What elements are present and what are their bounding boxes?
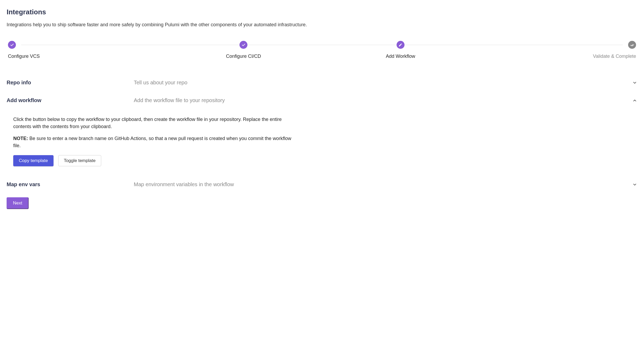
section-add-workflow-body: Click the button below to copy the workf… xyxy=(7,109,293,176)
section-title: Repo info xyxy=(7,80,134,86)
note-body: Be sure to enter a new branch name on Gi… xyxy=(13,136,291,148)
wizard-footer: Next xyxy=(7,197,637,209)
workflow-button-row: Copy template Toggle template xyxy=(13,155,293,166)
note-label: NOTE: xyxy=(13,136,28,141)
check-icon xyxy=(239,41,247,49)
step-configure-vcs[interactable]: Configure VCS xyxy=(8,41,165,59)
section-map-env-vars[interactable]: Map env vars Map environment variables i… xyxy=(7,176,637,193)
pencil-icon xyxy=(397,41,405,49)
step-label: Configure CI/CD xyxy=(226,54,261,59)
toggle-template-button[interactable]: Toggle template xyxy=(58,155,101,166)
step-configure-cicd[interactable]: Configure CI/CD xyxy=(165,41,322,59)
step-label: Add Workflow xyxy=(386,54,415,59)
chevron-up-icon xyxy=(632,98,637,103)
wizard-stepper: Configure VCS Configure CI/CD Add Workfl… xyxy=(7,41,637,59)
next-button[interactable]: Next xyxy=(7,197,29,209)
page-description: Integrations help you to ship software f… xyxy=(7,22,637,28)
page-title: Integrations xyxy=(7,8,637,16)
section-subtitle: Tell us about your repo xyxy=(134,80,632,86)
workflow-instruction-text: Click the button below to copy the workf… xyxy=(13,116,293,130)
step-add-workflow[interactable]: Add Workflow xyxy=(322,41,479,59)
chevron-down-icon xyxy=(632,182,637,187)
step-label: Configure VCS xyxy=(8,54,40,59)
section-subtitle: Map environment variables in the workflo… xyxy=(134,181,632,188)
copy-template-button[interactable]: Copy template xyxy=(13,155,54,166)
step-validate-complete[interactable]: Validate & Complete xyxy=(479,41,636,59)
section-subtitle: Add the workflow file to your repository xyxy=(134,97,632,103)
section-title: Add workflow xyxy=(7,97,134,103)
workflow-note-text: NOTE: Be sure to enter a new branch name… xyxy=(13,135,293,149)
step-label: Validate & Complete xyxy=(593,54,636,59)
chevron-down-icon xyxy=(632,80,637,85)
section-repo-info[interactable]: Repo info Tell us about your repo xyxy=(7,74,637,91)
check-icon xyxy=(8,41,16,49)
double-check-icon xyxy=(628,41,636,49)
section-add-workflow[interactable]: Add workflow Add the workflow file to yo… xyxy=(7,91,637,109)
section-title: Map env vars xyxy=(7,181,134,188)
